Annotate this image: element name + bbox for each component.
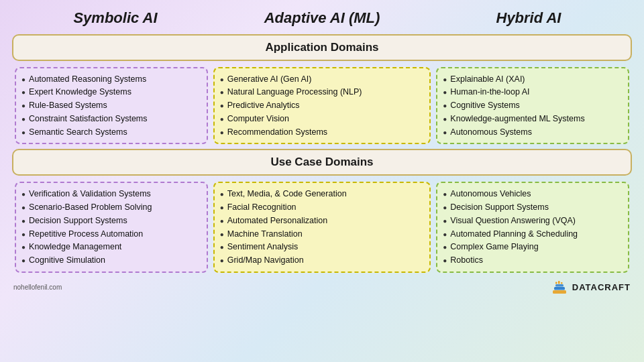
footer: nohellofenil.com DATACRAFT: [12, 278, 632, 297]
main-table: Application Domains Automated Reasoning …: [12, 32, 632, 276]
list-item: Scenario-Based Problem Solving: [21, 200, 200, 214]
list-item: Complex Game Playing: [443, 241, 621, 254]
list-item: Cognitive Systems: [443, 99, 621, 113]
app-domain-header-row: Application Domains: [12, 32, 632, 63]
app-domain-header-cell: Application Domains: [12, 32, 632, 63]
datacraft-logo: DATACRAFT: [550, 278, 631, 297]
app-hybrid-cell: Explainable AI (XAI)Human-in-the-loop AI…: [433, 63, 632, 147]
list-item: Cognitive Simulation: [21, 254, 200, 267]
list-item: Knowledge-augmented ML Systems: [443, 113, 621, 126]
svg-rect-5: [555, 282, 557, 284]
use-adaptive-cell: Text, Media, & Code GenerationFacial Rec…: [211, 178, 434, 275]
list-item: Natural Language Processing (NLP): [220, 86, 423, 99]
list-item: Human-in-the-loop AI: [443, 86, 621, 99]
list-item: Predictive Analytics: [220, 99, 423, 113]
use-symbolic-list: Verification & Validation SystemsScenari…: [21, 187, 200, 267]
list-item: Automated Personalization: [220, 214, 423, 227]
use-symbolic-box: Verification & Validation SystemsScenari…: [15, 182, 208, 272]
app-symbolic-box: Automated Reasoning SystemsExpert Knowle…: [15, 67, 208, 144]
app-symbolic-cell: Automated Reasoning SystemsExpert Knowle…: [12, 63, 211, 147]
use-adaptive-list: Text, Media, & Code GenerationFacial Rec…: [220, 187, 423, 267]
svg-rect-4: [561, 282, 563, 284]
list-item: Machine Translation: [220, 227, 423, 241]
use-domain-header-row: Use Case Domains: [12, 147, 632, 178]
list-item: Decision Support Systems: [21, 214, 200, 227]
list-item: Grid/Map Navigation: [220, 254, 423, 267]
list-item: Autonomous Vehicles: [443, 187, 621, 200]
datacraft-label: DATACRAFT: [572, 282, 631, 292]
list-item: Decision Support Systems: [443, 200, 621, 214]
use-hybrid-box: Autonomous VehiclesDecision Support Syst…: [436, 182, 629, 272]
svg-rect-0: [553, 290, 566, 294]
app-adaptive-cell: Generative AI (Gen AI)Natural Language P…: [211, 63, 434, 147]
use-adaptive-box: Text, Media, & Code GenerationFacial Rec…: [213, 182, 431, 272]
list-item: Generative AI (Gen AI): [220, 72, 423, 86]
column-headers: Symbolic AI Adaptive AI (ML) Hybrid AI: [12, 9, 632, 27]
header-hybrid: Hybrid AI: [425, 9, 632, 27]
list-item: Visual Question Answering (VQA): [443, 214, 621, 227]
list-item: Recommendation Systems: [220, 126, 423, 139]
list-item: Robotics: [443, 254, 621, 267]
list-item: Verification & Validation Systems: [21, 187, 200, 200]
use-domain-content-row: Verification & Validation SystemsScenari…: [12, 178, 632, 275]
list-item: Rule-Based Systems: [21, 99, 200, 113]
app-adaptive-box: Generative AI (Gen AI)Natural Language P…: [213, 67, 431, 144]
list-item: Facial Recognition: [220, 200, 423, 214]
svg-rect-1: [554, 287, 565, 290]
app-domain-content-row: Automated Reasoning SystemsExpert Knowle…: [12, 63, 632, 147]
use-hybrid-cell: Autonomous VehiclesDecision Support Syst…: [433, 178, 632, 275]
list-item: Explainable AI (XAI): [443, 72, 621, 86]
list-item: Automated Reasoning Systems: [21, 72, 200, 86]
list-item: Sentiment Analysis: [220, 241, 423, 254]
list-item: Automated Planning & Scheduling: [443, 227, 621, 241]
list-item: Autonomous Systems: [443, 126, 621, 139]
app-hybrid-list: Explainable AI (XAI)Human-in-the-loop AI…: [443, 72, 621, 139]
use-hybrid-list: Autonomous VehiclesDecision Support Syst…: [443, 187, 621, 267]
svg-rect-2: [555, 284, 564, 287]
app-symbolic-list: Automated Reasoning SystemsExpert Knowle…: [21, 72, 200, 139]
datacraft-icon: [550, 278, 569, 297]
header-symbolic: Symbolic AI: [12, 9, 219, 27]
app-adaptive-list: Generative AI (Gen AI)Natural Language P…: [220, 72, 423, 139]
svg-rect-3: [558, 281, 560, 284]
use-domain-box: Use Case Domains: [12, 149, 632, 176]
app-domain-box: Application Domains: [12, 34, 632, 61]
list-item: Knowledge Management: [21, 241, 200, 254]
list-item: Text, Media, & Code Generation: [220, 187, 423, 200]
list-item: Semantic Search Systems: [21, 126, 200, 139]
list-item: Constraint Satisfaction Systems: [21, 113, 200, 126]
use-symbolic-cell: Verification & Validation SystemsScenari…: [12, 178, 211, 275]
list-item: Expert Knowledge Systems: [21, 86, 200, 99]
list-item: Repetitive Process Automation: [21, 227, 200, 241]
app-hybrid-box: Explainable AI (XAI)Human-in-the-loop AI…: [436, 67, 629, 144]
footer-left-text: nohellofenil.com: [13, 284, 62, 291]
header-adaptive: Adaptive AI (ML): [219, 9, 425, 27]
use-domain-header-cell: Use Case Domains: [12, 147, 632, 178]
list-item: Computer Vision: [220, 113, 423, 126]
